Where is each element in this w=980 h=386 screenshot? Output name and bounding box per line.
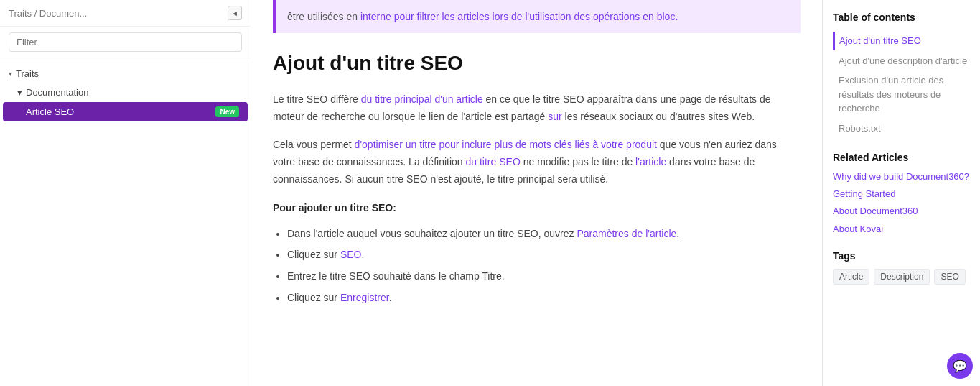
toc-item-label: Ajout d'un titre SEO [839, 35, 921, 46]
p2-link2[interactable]: du titre SEO [466, 156, 521, 167]
related-item-1[interactable]: Why did we build Document360? [833, 170, 970, 183]
p2-mid2: ne modifie pas le titre de [521, 156, 635, 167]
sidebar-subgroup-documentation[interactable]: ▾ Documentation [0, 83, 251, 101]
related-item-2[interactable]: Getting Started [833, 188, 970, 201]
tag-article[interactable]: Article [833, 269, 869, 285]
top-banner: être utilisées en interne pour filtrer l… [273, 0, 801, 33]
sidebar-content: ▾ Traits ▾ Documentation Article SEO New [0, 58, 251, 386]
bullet-4-after: . [389, 292, 392, 303]
p2-text-before: Cela vous permet [273, 139, 355, 150]
bullet-2-after: . [362, 249, 365, 260]
filter-input[interactable] [9, 32, 242, 52]
bullet-3-text: Entrez le titre SEO souhaité dans le cha… [287, 270, 505, 282]
new-badge: New [215, 106, 239, 117]
related-item-4[interactable]: About Kovai [833, 223, 970, 236]
related-articles-title: Related Articles [833, 152, 970, 163]
toc-item-1[interactable]: Ajout d'un titre SEO [833, 32, 970, 50]
chat-icon: 💬 [953, 359, 967, 373]
left-sidebar: Traits / Documen... ◄ ▾ Traits ▾ Documen… [0, 0, 251, 386]
chevron-down-icon: ▾ [9, 70, 12, 78]
p1-end: les réseaux sociaux ou d'autres sites We… [562, 111, 755, 122]
article-paragraph-1: Le titre SEO diffère du titre principal … [273, 91, 801, 126]
chat-fab-button[interactable]: 💬 [947, 353, 973, 379]
toc-item-label: Ajout d'une description d'article [839, 55, 967, 66]
article-paragraph-2: Cela vous permet d'optimiser un titre po… [273, 137, 801, 188]
toc-item-label: Exclusion d'un article des résultats des… [839, 75, 943, 114]
breadcrumb-area: Traits / Documen... ◄ [0, 0, 251, 27]
collapse-button[interactable]: ◄ [228, 6, 242, 20]
sidebar-item-label: Article SEO [26, 106, 74, 117]
list-item: Cliquez sur Enregistrer. [287, 290, 801, 307]
p1-text-before: Le titre SEO diffère [273, 93, 361, 105]
section-label: Pour ajouter un titre SEO: [273, 200, 801, 217]
sidebar-item-article-seo[interactable]: Article SEO New [3, 102, 248, 121]
tag-seo[interactable]: SEO [934, 269, 965, 285]
right-sidebar: Table of contents Ajout d'un titre SEO A… [822, 0, 980, 386]
article-body: Ajout d'un titre SEO Le titre SEO diffèr… [273, 50, 801, 306]
article-bullet-list: Dans l'article auquel vous souhaitez ajo… [273, 226, 801, 307]
bullet-4-before: Cliquez sur [287, 292, 340, 303]
sidebar-section-traits: ▾ Traits ▾ Documentation Article SEO New [0, 64, 251, 121]
bullet-2-link[interactable]: SEO [340, 249, 362, 260]
tags-title: Tags [833, 250, 970, 262]
list-item: Dans l'article auquel vous souhaitez ajo… [287, 226, 801, 243]
related-item-3[interactable]: About Document360 [833, 205, 970, 218]
chevron-down-icon: ▾ [17, 87, 22, 98]
filter-area [0, 27, 251, 58]
sidebar-group-label: Traits [16, 68, 39, 79]
tag-description[interactable]: Description [874, 269, 930, 285]
main-content: être utilisées en interne pour filtrer l… [251, 0, 822, 386]
bullet-1-link[interactable]: Paramètres de l'article [577, 228, 676, 239]
sidebar-subgroup-label: Documentation [26, 87, 88, 98]
toc-item-3[interactable]: Exclusion d'un article des résultats des… [833, 71, 970, 118]
p2-link3[interactable]: l'article [635, 156, 666, 167]
p2-link1[interactable]: d'optimiser un titre pour inclure plus d… [355, 139, 657, 150]
p1-link2[interactable]: sur [548, 111, 561, 122]
article-title: Ajout d'un titre SEO [273, 50, 801, 76]
toc-item-2[interactable]: Ajout d'une description d'article [833, 52, 970, 70]
bullet-4-link[interactable]: Enregistrer [340, 292, 389, 303]
sidebar-group-traits[interactable]: ▾ Traits [0, 64, 251, 83]
toc-item-4[interactable]: Robots.txt [833, 119, 970, 138]
toc-title: Table of contents [833, 12, 970, 23]
toc-item-label: Robots.txt [839, 123, 881, 134]
tags-container: Article Description SEO [833, 269, 970, 285]
banner-link[interactable]: interne pour filtrer les articles lors d… [360, 11, 678, 22]
p1-link1[interactable]: du titre principal d'un article [361, 93, 483, 105]
list-item: Cliquez sur SEO. [287, 247, 801, 264]
list-item: Entrez le titre SEO souhaité dans le cha… [287, 268, 801, 285]
bullet-2-before: Cliquez sur [287, 249, 340, 260]
bullet-1-after: . [676, 228, 679, 239]
bullet-1-before: Dans l'article auquel vous souhaitez ajo… [287, 228, 577, 239]
banner-text-before: être utilisées en [287, 11, 360, 22]
breadcrumb: Traits / Documen... [9, 8, 87, 19]
